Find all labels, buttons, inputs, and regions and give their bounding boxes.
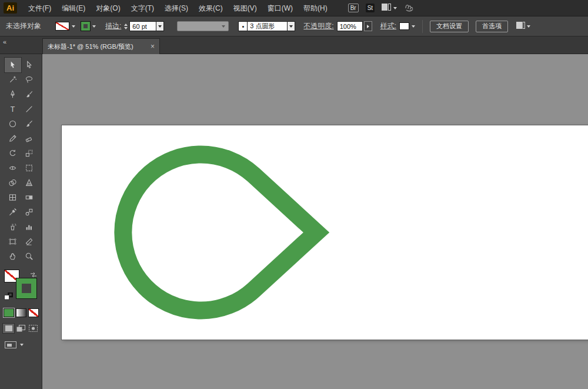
chevron-down-icon	[393, 7, 397, 9]
stepper-up-icon[interactable]	[124, 24, 128, 26]
tab-bar: « 未标题-1* @ 51% (RGB/预览) ×	[0, 36, 588, 54]
menu-item[interactable]: 选择(S)	[159, 0, 193, 16]
tab-close-icon[interactable]: ×	[151, 42, 155, 51]
width-tool[interactable]	[5, 161, 21, 175]
scale-tool[interactable]	[21, 146, 38, 161]
lasso-tool[interactable]	[21, 72, 38, 87]
stroke-weight-stepper[interactable]	[124, 24, 128, 29]
fill-color-dropdown[interactable]	[55, 22, 75, 31]
zoom-tool[interactable]	[21, 249, 38, 264]
menu-bar: Ai 文件(F)编辑(E)对象(O)文字(T)选择(S)效果(C)视图(V)窗口…	[0, 0, 588, 16]
screen-mode-button[interactable]	[3, 340, 18, 350]
document-tab[interactable]: 未标题-1* @ 51% (RGB/预览) ×	[42, 38, 160, 54]
chevron-right-icon	[367, 25, 369, 28]
canvas[interactable]	[42, 54, 588, 389]
menu-item[interactable]: 文字(T)	[126, 0, 159, 16]
blob-brush-tool[interactable]	[21, 87, 38, 102]
menu-item[interactable]: 对象(O)	[91, 0, 125, 16]
arrange-documents-icon	[382, 4, 391, 12]
selection-tool[interactable]	[5, 58, 21, 72]
artwork-layer	[42, 54, 588, 389]
tools-panel: T	[0, 54, 42, 389]
opacity-more-button[interactable]	[364, 21, 372, 31]
line-segment-tool[interactable]	[21, 102, 38, 117]
panel-collapse-icon[interactable]: «	[3, 38, 6, 45]
menu-item[interactable]: 文件(F)	[23, 0, 56, 16]
style-dropdown[interactable]	[399, 22, 415, 30]
rotate-tool[interactable]	[5, 146, 21, 161]
document-setup-button[interactable]: 文档设置	[430, 21, 469, 32]
stock-button[interactable]: St	[366, 4, 375, 12]
draw-normal-button[interactable]	[3, 324, 14, 333]
illustrator-logo-icon: Ai	[4, 2, 17, 14]
preferences-button[interactable]: 首选项	[476, 21, 508, 32]
menu-item[interactable]: 帮助(H)	[298, 0, 333, 16]
draw-behind-button[interactable]	[15, 324, 26, 333]
chevron-down-icon	[158, 25, 162, 28]
artboard-tool[interactable]	[5, 234, 21, 249]
type-tool[interactable]: T	[5, 102, 21, 117]
illustrator-window: Ai 文件(F)编辑(E)对象(O)文字(T)选择(S)效果(C)视图(V)窗口…	[0, 0, 588, 389]
ellipse-tool[interactable]	[5, 117, 21, 131]
control-panel-menu-button[interactable]	[516, 22, 530, 31]
arrange-documents-button[interactable]	[382, 4, 397, 12]
menu-right-icons: Br St	[348, 2, 415, 14]
stroke-weight-field[interactable]: 60 pt	[129, 21, 156, 31]
divider	[422, 20, 423, 33]
menu-item[interactable]: 视图(V)	[228, 0, 262, 16]
bridge-button[interactable]: Br	[348, 4, 359, 12]
hand-tool[interactable]	[5, 249, 21, 264]
slice-tool[interactable]	[21, 234, 38, 249]
stepper-down-icon[interactable]	[124, 27, 128, 29]
menu-item[interactable]: 效果(C)	[193, 0, 228, 16]
chevron-down-icon	[289, 25, 293, 28]
tools-grid: T	[0, 58, 42, 264]
magic-wand-tool[interactable]	[5, 72, 21, 87]
pencil-tool[interactable]	[5, 131, 21, 146]
paintbrush-tool[interactable]	[21, 117, 38, 131]
menu-item[interactable]: 编辑(E)	[56, 0, 91, 16]
opacity-field[interactable]: 100%	[337, 21, 363, 31]
stroke-color-dropdown[interactable]	[81, 22, 96, 31]
main-area: T	[0, 54, 588, 389]
brush-name-field[interactable]: 3 点圆形	[248, 21, 288, 31]
draw-inside-button[interactable]	[28, 324, 39, 333]
none-button[interactable]	[28, 308, 39, 317]
opacity-value: 100%	[340, 23, 356, 30]
brush-definition-dropdown[interactable]: • 3 点圆形	[238, 21, 295, 31]
perspective-grid-tool[interactable]	[21, 175, 38, 190]
opacity-label[interactable]: 不透明度:	[303, 21, 333, 31]
column-graph-tool[interactable]	[21, 220, 38, 234]
menu-list: 文件(F)编辑(E)对象(O)文字(T)选择(S)效果(C)视图(V)窗口(W)…	[23, 0, 333, 16]
width-profile-dropdown	[177, 21, 229, 31]
drawing-mode-buttons	[3, 324, 42, 333]
style-swatch-icon	[399, 22, 409, 30]
chevron-down-icon	[92, 25, 96, 28]
stroke-swatch-icon	[81, 22, 90, 31]
menu-item[interactable]: 窗口(W)	[262, 0, 298, 16]
symbol-sprayer-tool[interactable]	[5, 220, 21, 234]
style-label[interactable]: 样式:	[380, 21, 396, 31]
default-fill-stroke-icon[interactable]	[4, 292, 13, 302]
free-transform-tool[interactable]	[21, 161, 38, 175]
brush-dropdown-button[interactable]	[288, 21, 295, 31]
swap-fill-stroke-icon[interactable]	[30, 270, 37, 280]
eyedropper-tool[interactable]	[5, 205, 21, 220]
gradient-button[interactable]	[16, 308, 26, 317]
stroke-weight-dropdown-button[interactable]	[156, 21, 164, 31]
stroke-swatch[interactable]	[16, 278, 36, 298]
pen-tool[interactable]	[5, 87, 21, 102]
direct-selection-tool[interactable]	[21, 58, 38, 72]
chevron-down-icon	[72, 25, 75, 28]
mesh-tool[interactable]	[5, 190, 21, 205]
teardrop-shape[interactable]	[123, 155, 316, 311]
shape-builder-tool[interactable]	[5, 175, 21, 190]
chevron-down-icon	[222, 25, 225, 28]
panel-icon	[516, 22, 525, 31]
gradient-tool[interactable]	[21, 190, 38, 205]
color-button[interactable]	[4, 308, 14, 317]
stroke-weight-label[interactable]: 描边:	[105, 21, 121, 31]
control-bar: 未选择对象 描边: 60 pt • 3 点圆形 不透明度: 100% 样式:	[0, 16, 588, 36]
blend-tool[interactable]	[21, 205, 38, 220]
eraser-tool[interactable]	[21, 131, 38, 146]
